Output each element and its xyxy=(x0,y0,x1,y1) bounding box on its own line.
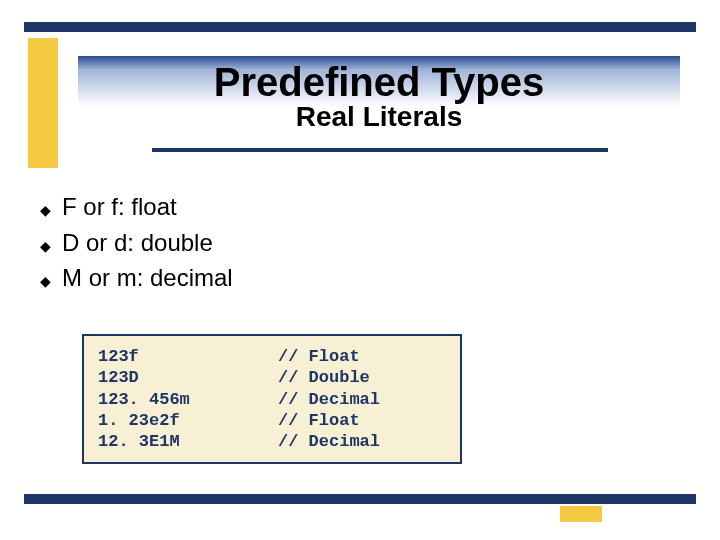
bullet-text: D or d: double xyxy=(62,226,213,260)
bullet-list: ◆ F or f: float ◆ D or d: double ◆ M or … xyxy=(40,190,233,297)
code-row: 123D // Double xyxy=(98,367,446,388)
code-comment: // Float xyxy=(278,346,360,367)
bottom-accent-square xyxy=(560,506,602,522)
bullet-text: M or m: decimal xyxy=(62,261,233,295)
code-row: 123f // Float xyxy=(98,346,446,367)
bullet-icon: ◆ xyxy=(40,237,62,257)
list-item: ◆ M or m: decimal xyxy=(40,261,233,295)
bullet-icon: ◆ xyxy=(40,201,62,221)
list-item: ◆ F or f: float xyxy=(40,190,233,224)
bullet-text: F or f: float xyxy=(62,190,177,224)
bullet-icon: ◆ xyxy=(40,272,62,292)
slide-subtitle: Real Literals xyxy=(78,101,680,133)
code-comment: // Double xyxy=(278,367,370,388)
slide-title: Predefined Types xyxy=(78,60,680,105)
code-row: 12. 3E1M // Decimal xyxy=(98,431,446,452)
code-row: 123. 456m // Decimal xyxy=(98,389,446,410)
code-literal: 12. 3E1M xyxy=(98,431,278,452)
bottom-accent-bar xyxy=(24,494,696,504)
code-comment: // Decimal xyxy=(278,431,380,452)
title-box: Predefined Types Real Literals xyxy=(78,56,680,148)
code-literal: 123f xyxy=(98,346,278,367)
code-literal: 1. 23e2f xyxy=(98,410,278,431)
left-accent-bar xyxy=(28,38,58,168)
top-accent-bar xyxy=(24,22,696,32)
code-literal: 123D xyxy=(98,367,278,388)
code-comment: // Float xyxy=(278,410,360,431)
list-item: ◆ D or d: double xyxy=(40,226,233,260)
code-row: 1. 23e2f // Float xyxy=(98,410,446,431)
code-literal: 123. 456m xyxy=(98,389,278,410)
slide: Predefined Types Real Literals ◆ F or f:… xyxy=(0,0,720,540)
title-underline xyxy=(152,148,608,152)
code-comment: // Decimal xyxy=(278,389,380,410)
code-box: 123f // Float 123D // Double 123. 456m /… xyxy=(82,334,462,464)
